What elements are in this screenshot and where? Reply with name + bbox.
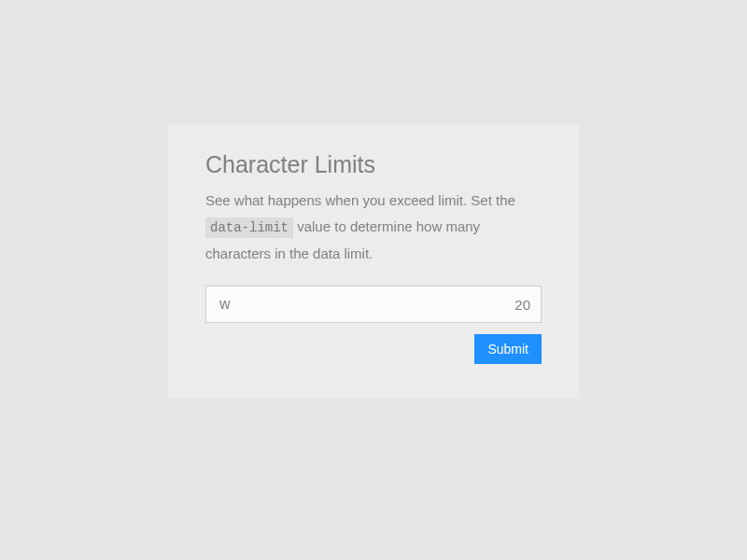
card-description: See what happens when you exceed limit. … (205, 188, 542, 268)
button-row: Submit (205, 334, 542, 364)
description-text-pre: See what happens when you exceed limit. … (205, 192, 515, 208)
card-title: Character Limits (205, 151, 542, 178)
code-snippet: data-limit (205, 217, 293, 238)
limited-text-input[interactable] (205, 286, 542, 323)
submit-button[interactable]: Submit (474, 334, 542, 364)
input-container: 20 (205, 286, 542, 323)
form-card: Character Limits See what happens when y… (168, 125, 579, 399)
